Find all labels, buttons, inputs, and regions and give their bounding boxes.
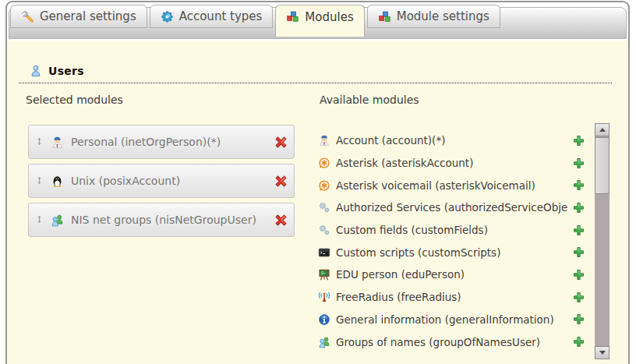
remove-module-button[interactable] <box>274 213 288 227</box>
plus-icon <box>573 336 585 348</box>
available-module-row: Asterisk (asteriskAccount) <box>318 152 585 175</box>
selected-modules-list: Personal (inetOrgPerson)(*) Unix (posixA… <box>28 125 295 242</box>
tab-label: General settings <box>40 9 136 23</box>
add-module-button[interactable] <box>573 336 585 348</box>
group-icon <box>51 214 64 227</box>
gear-icon <box>161 10 174 23</box>
available-module-label: Account (account)(*) <box>336 134 567 147</box>
tab-account-types[interactable]: Account types <box>150 5 274 28</box>
available-module-label: Asterisk (asteriskAccount) <box>336 157 567 169</box>
plus-icon <box>573 135 585 147</box>
available-module-label: Groups of names (groupOfNamesUser) <box>336 336 567 348</box>
user-icon <box>30 65 42 77</box>
remove-module-button[interactable] <box>274 135 288 149</box>
section-title: Users <box>48 65 84 77</box>
plus-icon <box>573 292 585 303</box>
available-modules-heading: Available modules <box>320 94 419 106</box>
available-module-row: FreeRadius (freeRadius) <box>318 286 585 309</box>
add-module-button[interactable] <box>573 246 585 259</box>
person-icon <box>51 136 64 149</box>
group-icon <box>318 336 330 348</box>
available-module-row: Account (account)(*) <box>318 129 585 152</box>
plus-icon <box>573 179 585 191</box>
gears-icon <box>318 224 330 236</box>
modules-icon <box>286 10 299 23</box>
up-arrow-icon <box>599 128 606 132</box>
remove-x-icon <box>274 175 288 188</box>
gears-icon <box>318 201 330 214</box>
available-modules-list: Account (account)(*) Asterisk (asteriskA… <box>318 129 585 353</box>
tab-module-settings[interactable]: Module settings <box>367 5 500 28</box>
add-module-button[interactable] <box>573 179 585 192</box>
available-module-row: Authorized Services (authorizedServiceOb… <box>318 196 585 219</box>
plus-icon <box>573 202 585 214</box>
plus-icon <box>573 269 585 281</box>
tab-general-settings[interactable]: General settings <box>10 5 147 28</box>
add-module-button[interactable] <box>573 268 585 281</box>
selected-modules-heading: Selected modules <box>26 94 123 106</box>
available-modules-scrollbar[interactable] <box>595 123 610 359</box>
asterisk-icon <box>318 157 330 169</box>
plus-icon <box>573 157 585 169</box>
available-module-label: General information (generalInformation) <box>336 313 567 326</box>
antenna-icon <box>318 291 330 303</box>
remove-x-icon <box>274 136 288 149</box>
person-icon <box>318 134 330 147</box>
tux-icon <box>51 175 64 188</box>
available-module-row: Asterisk voicemail (asteriskVoicemail) <box>318 174 585 196</box>
tab-list: General settings Account types Modules M… <box>10 5 503 37</box>
down-arrow-icon <box>599 351 606 355</box>
selected-module-row: NIS net groups (nisNetGroupUser) <box>28 203 295 237</box>
remove-module-button[interactable] <box>274 174 288 188</box>
available-module-row: EDU person (eduPerson) <box>318 263 585 286</box>
add-module-button[interactable] <box>573 134 585 147</box>
scrollbar-thumb[interactable] <box>595 137 610 194</box>
scroll-down-button[interactable] <box>595 346 610 359</box>
selected-module-label: NIS net groups (nisNetGroupUser) <box>71 214 274 226</box>
tab-modules[interactable]: Modules <box>275 5 364 37</box>
available-module-row: Custom scripts (customScripts) <box>318 241 585 263</box>
available-module-label: Asterisk voicemail (asteriskVoicemail) <box>336 179 567 192</box>
selected-module-row: Unix (posixAccount) <box>28 164 295 198</box>
plus-icon <box>573 313 585 325</box>
users-section-header: Users <box>19 65 612 83</box>
asterisk-icon <box>318 179 330 192</box>
add-module-button[interactable] <box>573 291 585 303</box>
config-window: General settings Account types Modules M… <box>5 1 630 364</box>
add-module-button[interactable] <box>573 157 585 169</box>
available-module-row: General information (generalInformation) <box>318 309 585 331</box>
wrench-icon <box>21 10 34 23</box>
tab-label: Account types <box>179 9 263 23</box>
add-module-button[interactable] <box>573 224 585 236</box>
available-module-label: EDU person (eduPerson) <box>336 268 567 281</box>
drag-handle-icon[interactable] <box>35 136 44 147</box>
plus-icon <box>573 224 585 236</box>
available-module-label: Custom fields (customFields) <box>336 224 567 236</box>
selected-module-row: Personal (inetOrgPerson)(*) <box>28 125 295 159</box>
terminal-icon <box>318 246 330 259</box>
drag-handle-icon[interactable] <box>35 175 44 186</box>
plus-icon <box>573 246 585 258</box>
blackboard-icon <box>318 268 330 281</box>
available-module-label: FreeRadius (freeRadius) <box>336 291 567 303</box>
selected-module-label: Personal (inetOrgPerson)(*) <box>71 136 274 148</box>
add-module-button[interactable] <box>573 201 585 214</box>
available-module-row: Custom fields (customFields) <box>318 219 585 242</box>
available-module-label: Custom scripts (customScripts) <box>336 246 567 259</box>
available-module-row: Groups of names (groupOfNamesUser) <box>318 330 585 353</box>
tab-label: Module settings <box>397 9 489 23</box>
modules-icon <box>378 10 391 23</box>
info-icon <box>318 313 330 326</box>
drag-handle-icon[interactable] <box>35 214 44 225</box>
add-module-button[interactable] <box>573 313 585 326</box>
available-module-label: Authorized Services (authorizedServiceOb… <box>336 201 567 214</box>
remove-x-icon <box>274 214 288 227</box>
scroll-up-button[interactable] <box>595 123 610 136</box>
modules-tab-panel: Users Selected modules Available modules… <box>7 41 628 364</box>
selected-module-label: Unix (posixAccount) <box>71 175 274 187</box>
tab-label: Modules <box>305 10 353 24</box>
